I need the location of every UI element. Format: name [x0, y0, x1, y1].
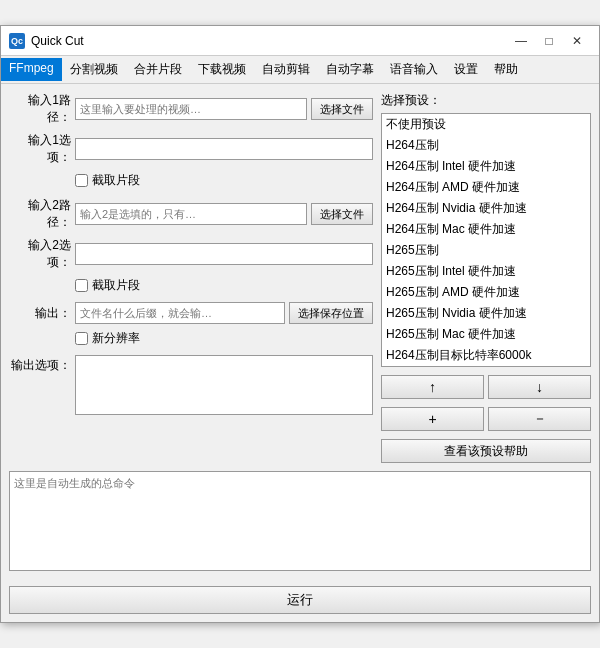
output-label: 输出： — [9, 305, 71, 322]
preset-down-button[interactable]: ↓ — [488, 375, 591, 399]
input2-options-row: 输入2选项： — [9, 237, 373, 271]
preset-item[interactable]: 不使用预设 — [382, 114, 590, 135]
preset-item[interactable]: H265压制 Nvidia 硬件加速 — [382, 303, 590, 324]
preset-list-container[interactable]: 不使用预设H264压制H264压制 Intel 硬件加速H264压制 AMD 硬… — [381, 113, 591, 367]
left-panel: 输入1路径： 选择文件 输入1选项： 截取片段 输入2路径： 选择文件 — [9, 92, 373, 463]
menu-item-自动剪辑[interactable]: 自动剪辑 — [254, 58, 318, 81]
output-field[interactable] — [75, 302, 285, 324]
input1-path-label: 输入1路径： — [9, 92, 71, 126]
input2-options-field[interactable] — [75, 243, 373, 265]
preset-help-button[interactable]: 查看该预设帮助 — [381, 439, 591, 463]
preset-item[interactable]: H264压制 Mac 硬件加速 — [382, 219, 590, 240]
menu-item-语音输入[interactable]: 语音输入 — [382, 58, 446, 81]
menu-item-下载视频[interactable]: 下载视频 — [190, 58, 254, 81]
close-button[interactable]: ✕ — [563, 31, 591, 51]
run-bar: 运行 — [1, 582, 599, 622]
title-bar: Qc Quick Cut — □ ✕ — [1, 26, 599, 56]
preset-controls-row2: + － — [381, 407, 591, 431]
input2-choose-button[interactable]: 选择文件 — [311, 203, 373, 225]
minimize-button[interactable]: — — [507, 31, 535, 51]
clip2-checkbox[interactable] — [75, 279, 88, 292]
input1-choose-button[interactable]: 选择文件 — [311, 98, 373, 120]
preset-item[interactable]: H264压制目标比特率6000k — [382, 345, 590, 366]
output-options-label: 输出选项： — [9, 355, 71, 374]
preset-add-button[interactable]: + — [381, 407, 484, 431]
new-resolution-label: 新分辨率 — [92, 330, 140, 347]
input1-path-row: 输入1路径： 选择文件 — [9, 92, 373, 126]
preset-item[interactable]: H264压制 AMD 硬件加速 — [382, 177, 590, 198]
maximize-button[interactable]: □ — [535, 31, 563, 51]
output-options-field[interactable] — [75, 355, 373, 415]
main-content: 输入1路径： 选择文件 输入1选项： 截取片段 输入2路径： 选择文件 — [1, 84, 599, 471]
new-resolution-checkbox[interactable] — [75, 332, 88, 345]
window-controls: — □ ✕ — [507, 31, 591, 51]
menu-item-FFmpeg[interactable]: FFmpeg — [1, 58, 62, 81]
preset-section-label: 选择预设： — [381, 92, 591, 109]
preset-item[interactable]: H265压制 — [382, 240, 590, 261]
menu-item-自动字幕[interactable]: 自动字幕 — [318, 58, 382, 81]
right-panel: 选择预设： 不使用预设H264压制H264压制 Intel 硬件加速H264压制… — [381, 92, 591, 463]
preset-up-button[interactable]: ↑ — [381, 375, 484, 399]
run-button[interactable]: 运行 — [9, 586, 591, 614]
clip2-row: 截取片段 — [75, 277, 373, 294]
output-save-button[interactable]: 选择保存位置 — [289, 302, 373, 324]
preset-item[interactable]: H264压制 Nvidia 硬件加速 — [382, 198, 590, 219]
preset-item[interactable]: H264压制 — [382, 135, 590, 156]
preset-controls-row1: ↑ ↓ — [381, 375, 591, 399]
clip1-label: 截取片段 — [92, 172, 140, 189]
clip2-label: 截取片段 — [92, 277, 140, 294]
input2-path-row: 输入2路径： 选择文件 — [9, 197, 373, 231]
clip1-row: 截取片段 — [75, 172, 373, 189]
input1-path-field[interactable] — [75, 98, 307, 120]
input1-options-field[interactable] — [75, 138, 373, 160]
preset-item[interactable]: H265压制 Intel 硬件加速 — [382, 261, 590, 282]
command-box[interactable] — [9, 471, 591, 571]
input2-path-label: 输入2路径： — [9, 197, 71, 231]
resolution-row: 新分辨率 — [75, 330, 373, 347]
clip1-checkbox[interactable] — [75, 174, 88, 187]
input1-options-label: 输入1选项： — [9, 132, 71, 166]
preset-item[interactable]: H265压制 AMD 硬件加速 — [382, 282, 590, 303]
menu-item-分割视频[interactable]: 分割视频 — [62, 58, 126, 81]
preset-list: 不使用预设H264压制H264压制 Intel 硬件加速H264压制 AMD 硬… — [382, 114, 590, 366]
preset-item[interactable]: H264压制 Intel 硬件加速 — [382, 156, 590, 177]
preset-item[interactable]: H265压制 Mac 硬件加速 — [382, 324, 590, 345]
menu-item-设置[interactable]: 设置 — [446, 58, 486, 81]
output-options-section: 输出选项： — [9, 355, 373, 415]
main-window: Qc Quick Cut — □ ✕ FFmpeg分割视频合并片段下载视频自动剪… — [0, 25, 600, 623]
preset-remove-button[interactable]: － — [488, 407, 591, 431]
command-area — [1, 471, 599, 582]
menu-item-帮助[interactable]: 帮助 — [486, 58, 526, 81]
window-title: Quick Cut — [31, 34, 507, 48]
output-row: 输出： 选择保存位置 — [9, 302, 373, 324]
menu-bar: FFmpeg分割视频合并片段下载视频自动剪辑自动字幕语音输入设置帮助 — [1, 56, 599, 84]
input1-options-row: 输入1选项： — [9, 132, 373, 166]
app-icon: Qc — [9, 33, 25, 49]
menu-item-合并片段[interactable]: 合并片段 — [126, 58, 190, 81]
input2-options-label: 输入2选项： — [9, 237, 71, 271]
input2-path-field[interactable] — [75, 203, 307, 225]
